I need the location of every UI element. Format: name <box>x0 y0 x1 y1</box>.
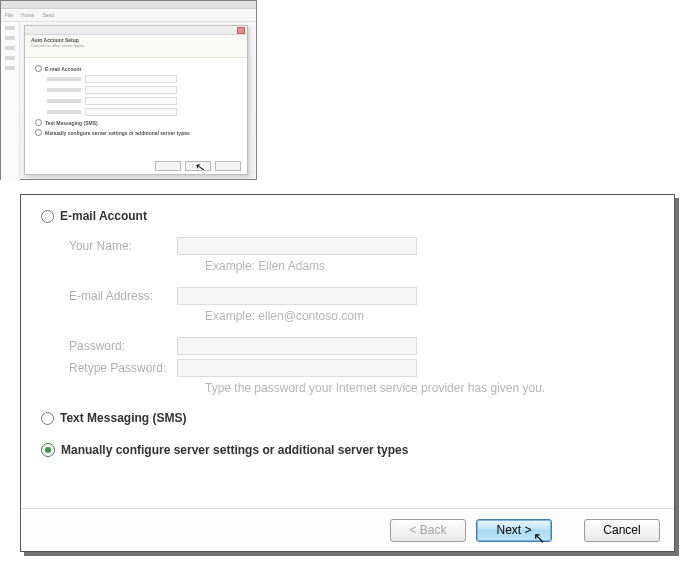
thumb-dialog-titlebar <box>25 26 247 35</box>
thumb-outlook-titlebar <box>1 1 256 9</box>
back-button: < Back <box>390 519 466 542</box>
password-label: Password: <box>69 339 177 353</box>
next-button[interactable]: Next > <box>476 519 552 542</box>
thumb-ribbon: FileHomeSend <box>1 9 256 22</box>
retype-password-label: Retype Password: <box>69 361 177 375</box>
email-input <box>177 287 417 305</box>
thumb-opt-email: E-mail Account <box>35 65 237 72</box>
email-hint: Example: ellen@contoso.com <box>205 309 654 323</box>
thumb-cancel-button <box>215 161 241 171</box>
radio-manual-config[interactable] <box>41 443 55 457</box>
cancel-button[interactable]: Cancel <box>584 519 660 542</box>
thumb-dialog-header: Auto Account Setup Connect to other serv… <box>25 35 247 58</box>
thumb-opt-manual: Manually configure server settings or ad… <box>35 129 237 136</box>
email-label: E-mail Address: <box>69 289 177 303</box>
retype-password-input <box>177 359 417 377</box>
your-name-hint: Example: Ellen Adams <box>205 259 654 273</box>
label-sms: Text Messaging (SMS) <box>60 411 186 425</box>
email-fields-group: Your Name: Example: Ellen Adams E-mail A… <box>69 237 654 395</box>
label-manual-config: Manually configure server settings or ad… <box>61 443 408 457</box>
option-email-account[interactable]: E-mail Account <box>41 209 654 223</box>
thumb-nav <box>1 22 20 181</box>
option-manual-config[interactable]: Manually configure server settings or ad… <box>41 443 654 457</box>
option-sms[interactable]: Text Messaging (SMS) <box>41 411 654 425</box>
dialog-footer: < Back Next > Cancel ↖ <box>21 508 674 551</box>
password-hint: Type the password your Internet service … <box>205 381 654 395</box>
radio-email-account[interactable] <box>41 210 54 223</box>
thumb-back-button <box>155 161 181 171</box>
thumb-opt-sms: Text Messaging (SMS) <box>35 119 237 126</box>
your-name-label: Your Name: <box>69 239 177 253</box>
label-email-account: E-mail Account <box>60 209 147 223</box>
add-account-dialog: E-mail Account Your Name: Example: Ellen… <box>20 194 675 552</box>
password-input <box>177 337 417 355</box>
thumb-add-account-dialog: Auto Account Setup Connect to other serv… <box>24 25 248 175</box>
thumb-header-sub: Connect to other server types. <box>31 43 241 48</box>
radio-sms[interactable] <box>41 412 54 425</box>
context-thumbnail: FileHomeSend Auto Account Setup Connect … <box>0 0 257 180</box>
your-name-input <box>177 237 417 255</box>
